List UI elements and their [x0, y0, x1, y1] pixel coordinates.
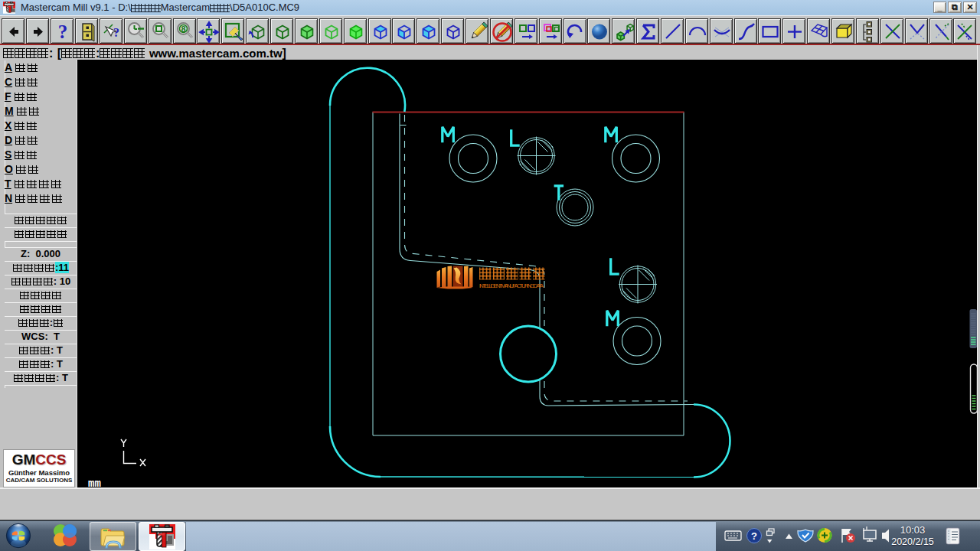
svg-text:?: ?	[113, 26, 119, 39]
svg-text:8: 8	[181, 24, 185, 34]
svg-text:INTELLIGENT MANUFACTURING DATA: INTELLIGENT MANUFACTURING DATA	[479, 282, 544, 289]
svg-text:?: ?	[751, 530, 757, 542]
svg-text:mm: mm	[88, 478, 101, 487]
svg-text:?: ?	[58, 21, 68, 42]
